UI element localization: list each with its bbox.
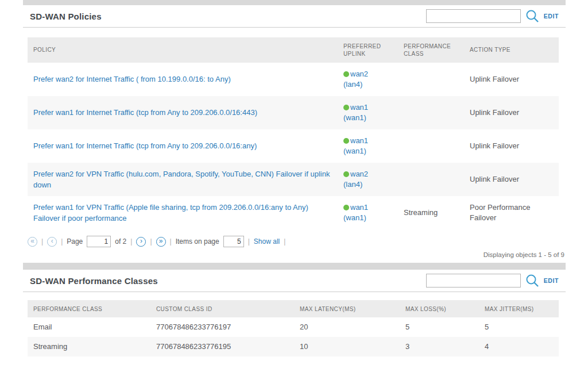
custom-class-id-cell: 770678486233776197 xyxy=(150,319,294,336)
classes-table-header-row: PERFORMANCE CLASS CUSTOM CLASS ID MAX LA… xyxy=(28,300,559,317)
top-scroll-bar xyxy=(23,0,566,5)
action-type-cell: Uplink Failover xyxy=(464,137,559,155)
uplink-name: wan2 xyxy=(350,69,368,79)
max-jitter-cell: 4 xyxy=(479,338,559,355)
column-header-max-latency: MAX LATENCY(MS) xyxy=(294,302,400,316)
table-row: Prefer wan1 for Internet Traffic (tcp fr… xyxy=(28,96,559,129)
uplink-name: wan2 xyxy=(350,169,368,179)
table-row: Prefer wan1 for VPN Traffic (Apple file … xyxy=(28,196,559,229)
class-name-cell: Streaming xyxy=(28,338,150,355)
column-header-preferred-uplink: PREFERRED UPLINK xyxy=(338,39,398,62)
performance-class-cell xyxy=(398,76,464,83)
first-page-button[interactable]: « xyxy=(28,237,37,247)
performance-class-cell: Streaming xyxy=(398,204,464,221)
policies-section-header: SD-WAN Policies EDIT xyxy=(23,5,566,27)
uplink-status-dot xyxy=(343,105,349,110)
classes-section-header: SD-WAN Performance Classes EDIT xyxy=(23,270,566,292)
action-type-cell: Uplink Failover xyxy=(464,171,559,188)
action-type-cell: Uplink Failover xyxy=(464,71,559,88)
pagination-separator: | xyxy=(130,237,132,246)
table-row: Prefer wan2 for Internet Traffic ( from … xyxy=(28,63,559,96)
pagination-separator: | xyxy=(284,237,285,246)
pagination-bar: « | ‹ | Page of 2 | › | » | Items on pag… xyxy=(28,236,566,247)
uplink-status-dot xyxy=(343,71,349,77)
uplink-name: wan1 xyxy=(350,102,368,113)
classes-title: SD-WAN Performance Classes xyxy=(30,276,426,286)
classes-table: PERFORMANCE CLASS CUSTOM CLASS ID MAX LA… xyxy=(28,300,559,356)
pagination-separator: | xyxy=(248,237,250,246)
pagination-separator: | xyxy=(61,237,63,246)
uplink-cell: wan1 (wan1) xyxy=(338,199,398,227)
classes-edit-button[interactable]: EDIT xyxy=(544,277,559,284)
uplink-port: (lan4) xyxy=(343,80,362,89)
section-separator-bar xyxy=(23,263,566,270)
column-header-action-type: ACTION TYPE xyxy=(464,43,559,57)
custom-class-id-cell: 770678486233776195 xyxy=(150,338,294,355)
performance-class-cell xyxy=(398,176,464,183)
items-per-page-input[interactable] xyxy=(223,236,244,247)
table-row: Email 770678486233776197 20 5 5 xyxy=(28,317,559,337)
page-number-input[interactable] xyxy=(87,236,111,247)
uplink-port: (lan4) xyxy=(343,180,362,189)
performance-class-cell xyxy=(398,143,464,150)
uplink-cell: wan1 (wan1) xyxy=(338,99,398,126)
classes-header-divider xyxy=(23,292,566,292)
uplink-port: (wan1) xyxy=(343,147,366,155)
uplink-port: (wan1) xyxy=(343,213,366,222)
uplink-name: wan1 xyxy=(350,136,368,146)
uplink-cell: wan2 (lan4) xyxy=(338,166,398,193)
uplink-name: wan1 xyxy=(350,202,368,213)
policy-link[interactable]: Prefer wan1 for Internet Traffic (tcp fr… xyxy=(33,108,257,117)
classes-search-input[interactable] xyxy=(426,274,521,288)
items-on-page-label: Items on page xyxy=(176,237,219,246)
page-of-label: of 2 xyxy=(115,237,126,246)
max-jitter-cell: 5 xyxy=(479,319,559,336)
column-header-custom-class-id: CUSTOM CLASS ID xyxy=(150,302,294,316)
max-loss-cell: 3 xyxy=(400,338,479,355)
action-type-cell: Poor Performance Failover xyxy=(464,199,559,227)
uplink-cell: wan1 (wan1) xyxy=(338,132,398,160)
previous-page-button[interactable]: ‹ xyxy=(47,237,57,247)
uplink-port: (wan1) xyxy=(343,113,366,122)
policies-search-input[interactable] xyxy=(426,9,521,23)
policies-table: POLICY PREFERRED UPLINK PERFORMANCE CLAS… xyxy=(28,37,559,229)
policy-link[interactable]: Prefer wan1 for Internet Traffic (tcp fr… xyxy=(33,141,257,150)
action-type-cell: Uplink Failover xyxy=(464,104,559,121)
uplink-status-dot xyxy=(343,205,349,210)
table-row: Streaming 770678486233776195 10 3 4 xyxy=(28,337,559,356)
next-page-button[interactable]: › xyxy=(136,237,146,247)
classes-search-group: EDIT xyxy=(426,274,559,288)
policies-header-divider xyxy=(23,27,566,28)
max-latency-cell: 10 xyxy=(294,338,400,355)
uplink-status-dot xyxy=(343,138,349,144)
policy-link[interactable]: Prefer wan1 for VPN Traffic (Apple file … xyxy=(33,203,308,223)
class-name-cell: Email xyxy=(28,319,150,336)
performance-class-cell xyxy=(398,109,464,116)
policies-title: SD-WAN Policies xyxy=(30,12,426,21)
page-label: Page xyxy=(67,237,83,246)
displaying-objects-summary: Displaying objects 1 - 5 of 9 xyxy=(23,251,566,258)
column-header-performance-class: PERFORMANCE CLASS xyxy=(398,39,464,62)
column-header-policy: POLICY xyxy=(28,43,338,57)
table-row: Prefer wan2 for VPN Traffic (hulu.com, P… xyxy=(28,163,559,196)
search-icon[interactable] xyxy=(525,9,539,23)
uplink-cell: wan2 (lan4) xyxy=(338,66,398,93)
show-all-link[interactable]: Show all xyxy=(254,237,280,246)
search-icon[interactable] xyxy=(525,274,539,288)
uplink-status-dot xyxy=(343,171,349,177)
column-header-max-loss: MAX LOSS(%) xyxy=(400,302,479,316)
page-container: SD-WAN Policies EDIT POLICY PREFERRED UP… xyxy=(23,0,566,356)
column-header-performance-class: PERFORMANCE CLASS xyxy=(28,302,150,316)
policies-search-group: EDIT xyxy=(426,9,559,23)
column-header-max-jitter: MAX JITTER(MS) xyxy=(479,302,559,316)
max-loss-cell: 5 xyxy=(400,319,479,336)
policy-link[interactable]: Prefer wan2 for Internet Traffic ( from … xyxy=(33,75,231,83)
pagination-separator: | xyxy=(41,237,43,246)
pagination-separator: | xyxy=(150,237,152,246)
policy-link[interactable]: Prefer wan2 for VPN Traffic (hulu.com, P… xyxy=(33,170,330,190)
max-latency-cell: 20 xyxy=(294,319,400,336)
table-row: Prefer wan1 for Internet Traffic (tcp fr… xyxy=(28,129,559,163)
last-page-button[interactable]: » xyxy=(156,237,166,247)
policies-edit-button[interactable]: EDIT xyxy=(544,13,559,20)
policies-table-header-row: POLICY PREFERRED UPLINK PERFORMANCE CLAS… xyxy=(28,37,559,63)
